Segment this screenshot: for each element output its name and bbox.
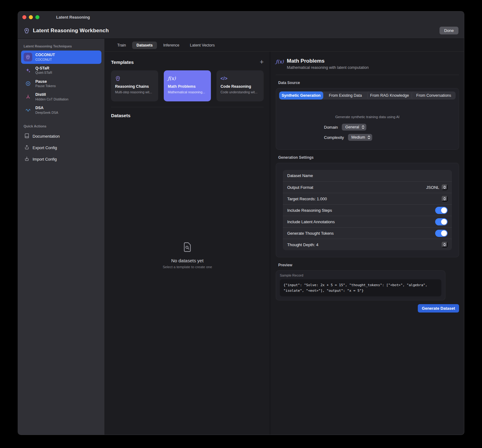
tab-inference[interactable]: Inference <box>159 42 184 49</box>
sidebar-item-coconut[interactable]: COCONUT COCONUT <box>21 51 101 64</box>
detail-subtitle: Mathematical reasoning with latent compu… <box>287 65 369 70</box>
zoom-window-button[interactable] <box>35 15 39 19</box>
quick-actions-title: Quick Actions <box>21 122 101 131</box>
complexity-dropdown[interactable]: Medium <box>348 134 372 141</box>
include-latent-annotations-toggle[interactable] <box>435 218 448 225</box>
empty-subtitle: Select a template to create one <box>163 265 212 269</box>
minimize-window-button[interactable] <box>29 15 33 19</box>
pause-icon <box>24 79 32 88</box>
template-card-code-reasoning[interactable]: </> Code Reasoning Code understanding wi… <box>216 70 264 101</box>
chevron-up-down-icon <box>362 125 364 129</box>
domain-dropdown[interactable]: General <box>342 124 366 131</box>
technique-title: Pause <box>35 79 56 84</box>
import-icon <box>24 156 29 162</box>
tab-latent-vectors[interactable]: Latent Vectors <box>185 42 219 49</box>
segment-from-existing-data[interactable]: From Existing Data <box>323 91 367 100</box>
sample-record-code: {"input": "Solve: 2x + 5 = 15", "thought… <box>280 279 441 296</box>
output-format-value: JSONL <box>426 185 439 190</box>
brain-icon <box>24 53 32 61</box>
template-subtitle: Mathematical reasoning... <box>168 90 207 94</box>
export-config-button[interactable]: Export Config <box>21 142 101 153</box>
template-subtitle: Multi-step reasoning wit... <box>115 90 154 94</box>
sidebar-item-distill[interactable]: Distill Hidden CoT Distillation <box>21 90 101 104</box>
quick-action-label: Export Config <box>33 145 57 150</box>
target-records-row: Target Records: 1.000 <box>283 193 452 204</box>
app-header: Latent Reasoning Workbench Done <box>18 23 464 39</box>
split-icon <box>24 93 32 101</box>
tab-datasets[interactable]: Datasets <box>132 42 157 49</box>
brain-icon <box>24 28 30 34</box>
documentation-button[interactable]: Documentation <box>21 131 101 142</box>
generate-thought-tokens-label: Generate Thought Tokens <box>287 231 435 236</box>
export-icon <box>24 144 29 151</box>
target-records-label: Target Records: 1.000 <box>287 197 442 201</box>
sidebar: Latent Reasoning Techniques COCONUT COCO… <box>18 39 105 435</box>
sample-record-label: Sample Record <box>280 273 441 277</box>
app-window: Latent Reasoning Latent Reasoning Workbe… <box>18 11 464 435</box>
book-icon <box>24 133 29 140</box>
brain-icon <box>115 74 154 82</box>
tabbar: Train Datasets Inference Latent Vectors <box>105 39 464 52</box>
templates-panel: Templates + Reasoning C <box>105 52 270 435</box>
empty-title: No datasets yet <box>171 258 203 263</box>
add-template-button[interactable]: + <box>260 59 264 65</box>
template-title: Reasoning Chains <box>115 84 154 89</box>
done-button[interactable]: Done <box>440 27 458 34</box>
technique-subtitle: Pause Tokens <box>35 84 56 88</box>
technique-subtitle: Quiet-STaR <box>35 71 52 75</box>
data-source-segmented-control: Synthetic Generation From Existing Data … <box>279 91 456 100</box>
detail-title: Math Problems <box>287 58 369 64</box>
dataset-name-field[interactable] <box>287 173 448 178</box>
segment-synthetic-generation[interactable]: Synthetic Generation <box>279 91 323 100</box>
technique-subtitle: Hidden CoT Distillation <box>35 97 69 101</box>
thought-depth-row: Thought Depth: 4 <box>283 239 452 250</box>
close-window-button[interactable] <box>22 15 26 19</box>
technique-title: Distill <box>35 92 69 97</box>
quick-action-label: Import Config <box>33 157 57 162</box>
import-config-button[interactable]: Import Config <box>21 153 101 165</box>
sidebar-item-qstar[interactable]: Q-STaR Quiet-STaR <box>21 64 101 77</box>
technique-subtitle: COCONUT <box>35 58 55 62</box>
datasets-title: Datasets <box>111 113 264 118</box>
template-title: Code Reasoning <box>221 84 260 89</box>
sparkles-icon <box>24 66 32 75</box>
segment-from-rag-knowledge[interactable]: From RAG Knowledge <box>367 91 411 100</box>
generation-settings-card: Output Format JSONL Target Records: 1.00… <box>276 163 459 257</box>
domain-label: Domain <box>324 125 338 130</box>
datasets-empty-state: No datasets yet Select a template to cre… <box>111 118 264 430</box>
sidebar-item-pause[interactable]: Pause Pause Tokens <box>21 77 101 91</box>
tab-train[interactable]: Train <box>113 42 130 49</box>
target-records-stepper[interactable] <box>442 196 448 202</box>
fx-icon: ƒ(x) <box>168 74 207 82</box>
wave-icon <box>24 106 32 114</box>
technique-title: Q-STaR <box>35 66 52 71</box>
data-source-label: Data Source <box>278 81 459 85</box>
thought-depth-stepper[interactable] <box>442 242 448 247</box>
template-card-reasoning-chains[interactable]: Reasoning Chains Multi-step reasoning wi… <box>111 70 158 101</box>
window-title: Latent Reasoning <box>56 15 90 20</box>
page-title: Latent Reasoning Workbench <box>33 28 109 34</box>
output-format-label: Output Format <box>287 185 426 190</box>
include-reasoning-steps-toggle[interactable] <box>435 207 448 214</box>
quick-action-label: Documentation <box>33 134 60 139</box>
technique-subtitle: DeepSeek DSA <box>35 111 58 115</box>
synthetic-caption: Generate synthetic training data using A… <box>276 115 459 119</box>
generation-settings-label: Generation Settings <box>278 155 459 160</box>
generate-thought-tokens-row: Generate Thought Tokens <box>283 227 452 239</box>
complexity-label: Complexity <box>324 135 344 140</box>
template-title: Math Problems <box>168 84 207 89</box>
include-latent-annotations-label: Include Latent Annotations <box>287 220 435 224</box>
segment-from-conversations[interactable]: From Conversations <box>412 91 456 100</box>
sidebar-item-dsa[interactable]: DSA DeepSeek DSA <box>21 104 101 117</box>
dataset-name-row <box>283 170 452 181</box>
include-reasoning-steps-row: Include Reasoning Steps <box>283 204 452 216</box>
sidebar-section-title: Latent Reasoning Techniques <box>21 42 101 51</box>
chevron-up-down-icon <box>368 135 370 139</box>
generate-thought-tokens-toggle[interactable] <box>435 230 448 237</box>
output-format-dropdown[interactable] <box>442 184 448 190</box>
template-card-math-problems[interactable]: ƒ(x) Math Problems Mathematical reasonin… <box>164 70 211 101</box>
generate-dataset-button[interactable]: Generate Dataset <box>418 304 459 313</box>
thought-depth-label: Thought Depth: 4 <box>287 242 442 247</box>
include-reasoning-steps-label: Include Reasoning Steps <box>287 208 435 213</box>
technique-title: DSA <box>35 106 58 111</box>
